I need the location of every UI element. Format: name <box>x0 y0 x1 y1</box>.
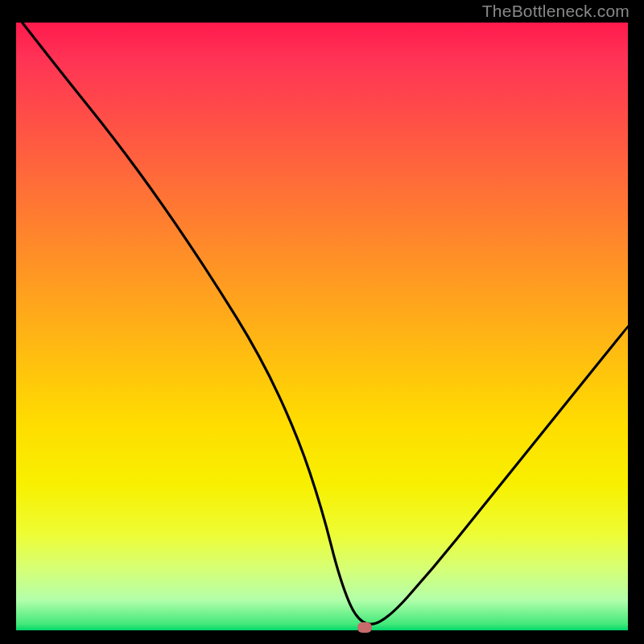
attribution-text: TheBottleneck.com <box>482 2 630 21</box>
optimal-point-marker <box>357 622 372 633</box>
bottleneck-curve <box>16 23 628 630</box>
chart-container: TheBottleneck.com <box>0 0 644 644</box>
